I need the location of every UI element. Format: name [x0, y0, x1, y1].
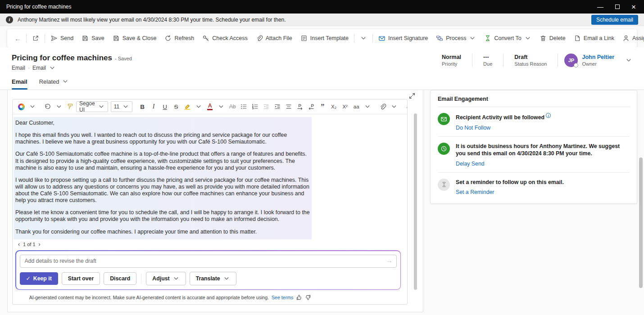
font-color-button[interactable]: A [204, 101, 215, 112]
discard-button[interactable]: Discard [104, 272, 136, 285]
header-collapse-chevron-icon[interactable] [625, 57, 632, 64]
right-to-left-button[interactable] [306, 101, 317, 112]
chevron-down-icon [55, 103, 63, 110]
owner-name-link[interactable]: John Peltier [582, 54, 614, 60]
next-draft-icon[interactable]: › [39, 241, 41, 248]
avatar[interactable]: JP [564, 54, 578, 67]
divider [472, 54, 472, 67]
entity-type: Email [12, 65, 25, 71]
chevron-down-icon[interactable] [49, 64, 56, 72]
body-paragraph: Dear Customer, [14, 120, 311, 126]
delay-text: It is outside business hours for Anthony… [456, 143, 630, 158]
window-titlebar: Pricing for coffee machines — × [0, 0, 644, 14]
previous-draft-icon[interactable]: ‹ [18, 241, 20, 248]
font-color-menu-chevron[interactable] [216, 101, 227, 112]
align-button[interactable] [283, 101, 294, 112]
increase-indent-button[interactable] [272, 101, 283, 112]
convert-to-label: Convert To [494, 35, 521, 41]
bullet-list-icon [240, 103, 247, 110]
undo-menu-chevron[interactable] [54, 101, 64, 112]
refresh-icon [164, 35, 172, 42]
refresh-button[interactable]: Refresh [160, 32, 198, 45]
insert-template-button[interactable]: Insert Template [296, 32, 353, 45]
blockquote-button[interactable]: ” [317, 101, 328, 112]
bold-button[interactable]: B [137, 101, 148, 112]
numbered-list-button[interactable] [249, 101, 260, 112]
insert-template-split-chevron[interactable] [356, 32, 371, 45]
insert-link-button[interactable] [404, 101, 408, 112]
expand-editor-icon[interactable] [408, 92, 416, 99]
italic-button[interactable]: I [148, 101, 159, 112]
adjust-button[interactable]: Adjust [146, 272, 186, 285]
subscript-button[interactable]: X₂ [328, 101, 339, 112]
maximize-icon[interactable] [615, 4, 620, 9]
link-icon [406, 103, 408, 110]
delete-button[interactable]: Delete [535, 32, 570, 45]
divider [503, 54, 503, 67]
decrease-indent-button[interactable] [261, 101, 272, 112]
superscript-button[interactable]: X² [340, 101, 350, 112]
due-value: --- [483, 54, 492, 60]
copilot-button[interactable] [16, 101, 27, 112]
email-body[interactable]: Dear Customer, I hope this email finds y… [13, 114, 407, 239]
copilot-panel: → ✓Keep it Start over Discard Adjust Tra… [15, 250, 401, 290]
attach-button[interactable] [377, 101, 388, 112]
change-case-button[interactable]: aa [351, 101, 362, 112]
tab-related[interactable]: Related [39, 78, 69, 90]
underline-button[interactable]: U [159, 101, 170, 112]
highlight-menu-chevron[interactable] [193, 101, 204, 112]
clear-formatting-button[interactable]: Ab [227, 101, 238, 112]
start-over-button[interactable]: Start over [62, 272, 100, 285]
thumbs-up-icon[interactable] [296, 294, 302, 301]
thumbs-down-icon[interactable] [305, 294, 311, 301]
page-scrollbar[interactable] [639, 158, 643, 288]
body-paragraph: I would like to propose setting up a cal… [14, 177, 311, 204]
keep-it-button[interactable]: ✓Keep it [20, 272, 58, 285]
check-access-button[interactable]: Check Access [198, 32, 252, 45]
back-icon[interactable]: ← [11, 33, 25, 44]
insert-signature-button[interactable]: Insert Signature [374, 32, 432, 45]
send-button[interactable]: Send [46, 32, 77, 45]
format-painter-button[interactable] [65, 101, 76, 112]
save-button[interactable]: Save [77, 32, 109, 45]
highlighter-icon [184, 103, 191, 110]
translate-button[interactable]: Translate [190, 272, 236, 285]
save-close-button[interactable]: Save & Close [109, 32, 161, 45]
minimize-icon[interactable]: — [597, 4, 603, 10]
copilot-menu-chevron[interactable] [27, 101, 38, 112]
attach-file-button[interactable]: Attach File [252, 32, 296, 45]
bullet-list-button[interactable] [238, 101, 249, 112]
copilot-prompt-input[interactable] [20, 255, 397, 268]
tab-email[interactable]: Email [12, 78, 27, 90]
assign-button[interactable]: Assign [618, 32, 644, 45]
convert-to-button[interactable]: Convert To [480, 32, 535, 45]
left-to-right-button[interactable] [295, 101, 305, 112]
undo-button[interactable] [42, 101, 53, 112]
delay-send-link[interactable]: Delay Send [456, 161, 630, 167]
do-not-follow-link[interactable]: Do Not Follow [456, 125, 551, 131]
close-icon[interactable]: × [631, 3, 636, 11]
highlight-button[interactable] [182, 101, 193, 112]
editor-scrollbar[interactable] [414, 113, 417, 290]
form-selector[interactable]: Email [32, 65, 46, 71]
font-family-select[interactable]: Segoe UI [76, 101, 108, 112]
font-size-select[interactable]: 11 [111, 101, 132, 112]
attach-menu-chevron[interactable] [389, 101, 399, 112]
copilot-draft-highlight: Dear Customer, I hope this email finds y… [14, 117, 312, 239]
strikethrough-button[interactable]: S [171, 101, 181, 112]
email-a-link-button[interactable]: Email a Link [570, 32, 618, 45]
schedule-email-button[interactable]: Schedule email [591, 15, 638, 25]
indent-icon [274, 103, 281, 110]
submit-prompt-icon[interactable]: → [386, 257, 393, 264]
priority-label: Priority [442, 61, 461, 67]
popout-button[interactable] [28, 32, 43, 45]
status-reason-field: Draft Status Reason [510, 54, 551, 67]
divider [372, 34, 373, 43]
set-reminder-link[interactable]: Set a Reminder [456, 189, 564, 195]
see-terms-link[interactable]: See terms [272, 295, 293, 300]
due-label: Due [483, 61, 492, 67]
info-icon[interactable]: i [546, 113, 551, 118]
process-button[interactable]: Process [432, 32, 480, 45]
save-close-label: Save & Close [122, 35, 157, 41]
change-case-menu-chevron[interactable] [362, 101, 373, 112]
